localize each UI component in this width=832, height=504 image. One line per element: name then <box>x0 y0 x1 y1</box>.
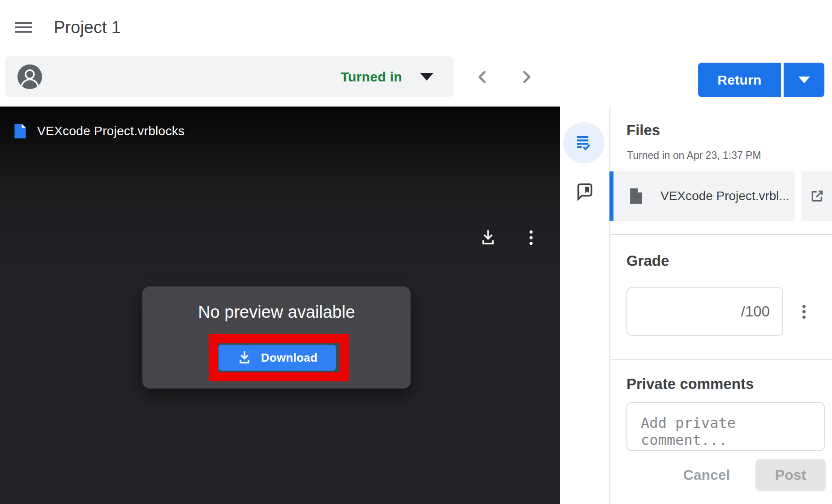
preview-filename: VEXcode Project.vrblocks <box>37 124 184 138</box>
menu-icon[interactable] <box>12 18 36 37</box>
menu-bar <box>15 26 32 28</box>
grading-tab-button[interactable] <box>563 122 605 163</box>
previous-student-button[interactable] <box>469 64 496 90</box>
tool-rail <box>560 107 609 504</box>
open-in-new-icon <box>810 189 824 203</box>
file-row: VEXcode Project.vrbl... <box>610 171 832 221</box>
file-name: VEXcode Project.vrbl... <box>660 189 789 203</box>
chevron-right-icon <box>519 69 534 85</box>
private-comments-heading: Private comments <box>626 375 754 393</box>
file-row-accent <box>609 171 613 221</box>
grade-field[interactable]: /100 <box>626 287 783 336</box>
files-heading: Files <box>626 121 660 139</box>
download-icon <box>237 350 252 365</box>
download-button[interactable]: Download <box>219 345 336 371</box>
kebab-menu-icon[interactable] <box>518 225 544 251</box>
return-options-button[interactable] <box>784 63 824 97</box>
submission-status: Turned in <box>341 69 402 85</box>
file-preview-area: VEXcode Project.vrblocks No preview avai… <box>0 107 560 504</box>
download-icon[interactable] <box>475 225 501 251</box>
file-icon <box>13 123 27 140</box>
grading-checklist-icon <box>576 135 592 151</box>
divider <box>610 234 832 235</box>
grade-input[interactable] <box>640 303 741 320</box>
no-preview-text: No preview available <box>142 302 411 322</box>
divider <box>610 359 832 360</box>
no-preview-card: No preview available Download <box>142 286 411 389</box>
menu-bar <box>15 22 32 24</box>
private-comment-input[interactable] <box>626 402 825 451</box>
cancel-button[interactable]: Cancel <box>669 462 745 487</box>
avatar <box>17 64 42 89</box>
preview-header: VEXcode Project.vrblocks <box>0 107 560 156</box>
file-icon <box>629 187 643 205</box>
return-button[interactable]: Return <box>698 63 781 97</box>
download-button-label: Download <box>261 351 318 365</box>
turned-in-timestamp: Turned in on Apr 23, 1:37 PM <box>627 149 761 162</box>
grade-denominator: /100 <box>741 303 770 320</box>
chevron-left-icon <box>475 69 490 85</box>
comment-bank-icon <box>575 182 595 201</box>
details-panel: Files Turned in on Apr 23, 1:37 PM VEXco… <box>609 107 832 504</box>
submission-status-dropdown[interactable]: Turned in <box>341 56 433 97</box>
open-in-new-button[interactable] <box>802 171 832 221</box>
grade-heading: Grade <box>626 252 669 270</box>
return-button-group: Return <box>698 63 824 97</box>
menu-bar <box>15 31 32 33</box>
file-card[interactable]: VEXcode Project.vrbl... <box>613 171 795 221</box>
grade-kebab-menu-icon[interactable] <box>793 301 815 322</box>
next-student-button[interactable] <box>513 64 540 90</box>
comment-bank-button[interactable] <box>571 178 598 205</box>
student-selector-bar[interactable]: Turned in <box>5 56 454 97</box>
page-title: Project 1 <box>54 17 121 38</box>
post-button[interactable]: Post <box>755 459 826 491</box>
chevron-down-icon <box>798 77 810 83</box>
chevron-down-icon <box>420 73 433 81</box>
